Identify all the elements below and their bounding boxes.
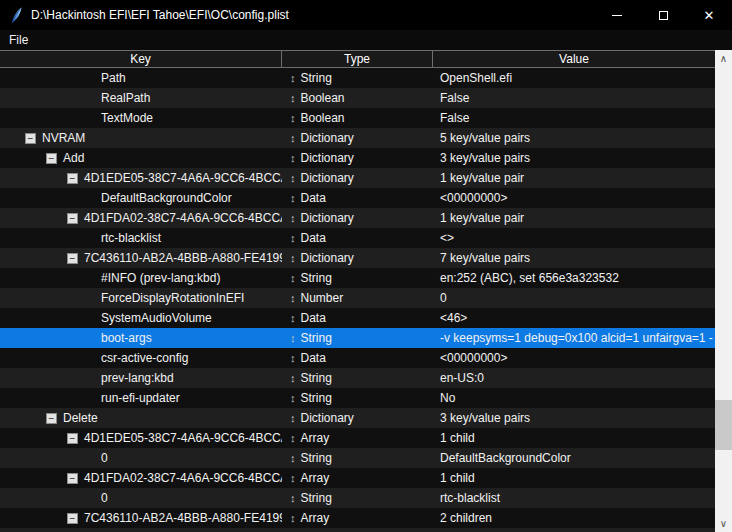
type-toggle-icon[interactable]: ↕ — [290, 272, 296, 284]
row-value: 5 key/value pairs — [440, 131, 530, 145]
table-row[interactable]: −Delete↕Dictionary3 key/value pairs — [0, 408, 715, 428]
type-toggle-icon[interactable]: ↕ — [290, 332, 296, 344]
row-type: Dictionary — [301, 151, 354, 165]
row-value: False — [440, 91, 469, 105]
table-row[interactable]: TextMode↕BooleanFalse — [0, 108, 715, 128]
collapse-box-icon[interactable]: − — [25, 133, 36, 144]
title-bar: D:\Hackintosh EFI\EFI Tahoe\EFI\OC\confi… — [0, 0, 732, 30]
type-toggle-icon[interactable]: ↕ — [290, 432, 296, 444]
app-window: D:\Hackintosh EFI\EFI Tahoe\EFI\OC\confi… — [0, 0, 732, 532]
type-toggle-icon[interactable]: ↕ — [290, 72, 296, 84]
row-value: <00000000> — [440, 351, 507, 365]
collapse-box-icon[interactable]: − — [67, 253, 78, 264]
row-value: <> — [440, 231, 454, 245]
table-row[interactable]: csr-active-config↕Data<00000000> — [0, 348, 715, 368]
table-row[interactable]: −4D1FDA02-38C7-4A6A-9CC6-4BCCA8B↕Array1 … — [0, 468, 715, 488]
table-row[interactable]: DefaultBackgroundColor↕Data<00000000> — [0, 188, 715, 208]
row-key: #INFO (prev-lang:kbd) — [101, 271, 220, 285]
table-row[interactable]: prev-lang:kbd↕Stringen-US:0 — [0, 368, 715, 388]
table-row[interactable]: 0↕StringDefaultBackgroundColor — [0, 448, 715, 468]
file-menu[interactable]: File — [0, 30, 37, 50]
row-value: 0 — [440, 291, 447, 305]
type-toggle-icon[interactable]: ↕ — [290, 352, 296, 364]
table-row[interactable]: ForceDisplayRotationInEFI↕Number0 — [0, 288, 715, 308]
table-row[interactable]: −4D1FDA02-38C7-4A6A-9CC6-4BCCA8B↕Diction… — [0, 208, 715, 228]
collapse-box-icon[interactable]: − — [46, 153, 57, 164]
collapse-box-icon[interactable]: − — [67, 173, 78, 184]
row-value: 7 key/value pairs — [440, 251, 530, 265]
row-type: Array — [301, 511, 330, 525]
maximize-button[interactable] — [640, 0, 686, 30]
row-type: String — [301, 271, 332, 285]
scroll-up-icon[interactable]: ∧ — [715, 50, 732, 67]
table-row[interactable]: −Add↕Dictionary3 key/value pairs — [0, 148, 715, 168]
collapse-box-icon[interactable]: − — [67, 513, 78, 524]
table-row[interactable]: run-efi-updater↕StringNo — [0, 388, 715, 408]
type-toggle-icon[interactable]: ↕ — [290, 312, 296, 324]
table-row[interactable]: −7C436110-AB2A-4BBB-A880-FE41995C↕Array2… — [0, 508, 715, 528]
type-toggle-icon[interactable]: ↕ — [290, 132, 296, 144]
type-toggle-icon[interactable]: ↕ — [290, 452, 296, 464]
table-row[interactable]: −4D1EDE05-38C7-4A6A-9CC6-4BCCA8B↕Array1 … — [0, 428, 715, 448]
table-row[interactable]: −4D1EDE05-38C7-4A6A-9CC6-4BCCA8B↕Diction… — [0, 168, 715, 188]
type-toggle-icon[interactable]: ↕ — [290, 112, 296, 124]
type-toggle-icon[interactable]: ↕ — [290, 252, 296, 264]
row-type: Array — [301, 471, 330, 485]
collapse-box-icon[interactable]: − — [67, 433, 78, 444]
row-key: 7C436110-AB2A-4BBB-A880-FE41995C — [84, 511, 282, 525]
close-button[interactable]: ✕ — [686, 0, 732, 30]
table-row[interactable]: #INFO (prev-lang:kbd)↕Stringen:252 (ABC)… — [0, 268, 715, 288]
row-type: Dictionary — [301, 411, 354, 425]
table-row[interactable]: −NVRAM↕Dictionary5 key/value pairs — [0, 128, 715, 148]
collapse-box-icon[interactable]: − — [67, 213, 78, 224]
row-value: False — [440, 111, 469, 125]
vertical-scrollbar[interactable]: ∧ ∨ — [715, 50, 732, 532]
row-type: Dictionary — [301, 131, 354, 145]
table-row[interactable]: Path↕StringOpenShell.efi — [0, 68, 715, 88]
scrollbar-thumb[interactable] — [715, 400, 732, 450]
type-toggle-icon[interactable]: ↕ — [290, 412, 296, 424]
feather-icon — [9, 7, 23, 24]
table-row[interactable]: boot-args↕String-v keepsyms=1 debug=0x10… — [0, 328, 715, 348]
type-toggle-icon[interactable]: ↕ — [290, 92, 296, 104]
row-value: OpenShell.efi — [440, 71, 512, 85]
column-header: Key Type Value — [0, 50, 715, 68]
type-toggle-icon[interactable]: ↕ — [290, 172, 296, 184]
row-key: Path — [101, 71, 126, 85]
row-key: Add — [63, 151, 84, 165]
type-toggle-icon[interactable]: ↕ — [290, 512, 296, 524]
maximize-icon — [659, 11, 668, 20]
column-header-key[interactable]: Key — [0, 51, 282, 67]
menu-bar: File — [0, 30, 732, 50]
type-toggle-icon[interactable]: ↕ — [290, 472, 296, 484]
type-toggle-icon[interactable]: ↕ — [290, 152, 296, 164]
type-toggle-icon[interactable]: ↕ — [290, 392, 296, 404]
column-header-type[interactable]: Type — [282, 51, 433, 67]
table-row[interactable]: 0↕Stringrtc-blacklist — [0, 488, 715, 508]
table-row[interactable]: −7C436110-AB2A-4BBB-A880-FE41995C↕Dictio… — [0, 248, 715, 268]
table-row[interactable]: rtc-blacklist↕Data<> — [0, 228, 715, 248]
row-key: 4D1EDE05-38C7-4A6A-9CC6-4BCCA8B — [84, 431, 282, 445]
row-key: 4D1EDE05-38C7-4A6A-9CC6-4BCCA8B — [84, 171, 282, 185]
row-key: csr-active-config — [101, 351, 188, 365]
type-toggle-icon[interactable]: ↕ — [290, 232, 296, 244]
type-toggle-icon[interactable]: ↕ — [290, 212, 296, 224]
type-toggle-icon[interactable]: ↕ — [290, 372, 296, 384]
type-toggle-icon[interactable]: ↕ — [290, 292, 296, 304]
row-type: Boolean — [301, 91, 345, 105]
scroll-down-icon[interactable]: ∨ — [715, 515, 732, 532]
row-type: String — [301, 391, 332, 405]
type-toggle-icon[interactable]: ↕ — [290, 492, 296, 504]
minimize-button[interactable] — [594, 0, 640, 30]
column-header-value[interactable]: Value — [433, 51, 715, 67]
row-type: String — [301, 491, 332, 505]
collapse-box-icon[interactable]: − — [46, 413, 57, 424]
table-row[interactable]: SystemAudioVolume↕Data<46> — [0, 308, 715, 328]
collapse-box-icon[interactable]: − — [67, 473, 78, 484]
row-key: 0 — [101, 491, 108, 505]
row-key: rtc-blacklist — [101, 231, 161, 245]
row-value: DefaultBackgroundColor — [440, 451, 571, 465]
row-type: Boolean — [301, 111, 345, 125]
table-row[interactable]: RealPath↕BooleanFalse — [0, 88, 715, 108]
type-toggle-icon[interactable]: ↕ — [290, 192, 296, 204]
